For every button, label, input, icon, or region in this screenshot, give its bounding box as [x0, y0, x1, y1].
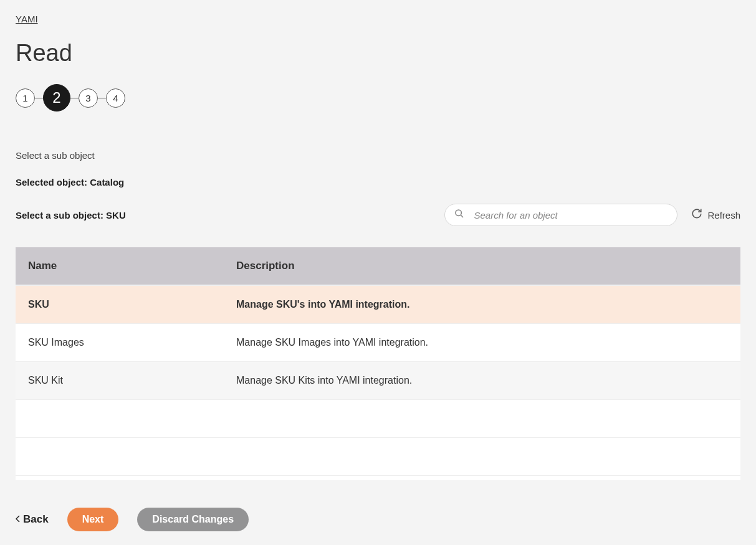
sub-object-label: Select a sub object: SKU: [16, 210, 126, 220]
instruction-text: Select a sub object: [16, 150, 740, 161]
search-wrapper: [444, 204, 677, 226]
search-icon: [454, 209, 464, 221]
refresh-label: Refresh: [707, 210, 740, 220]
step-2[interactable]: 2: [43, 84, 70, 111]
table-header-name: Name: [16, 247, 224, 285]
breadcrumb[interactable]: YAMI: [16, 14, 38, 24]
table-scroll[interactable]: Name Description ProductManage products …: [16, 247, 740, 480]
step-connector: [98, 98, 106, 98]
step-4[interactable]: 4: [106, 88, 125, 108]
table-row[interactable]: SKU ImagesManage SKU Images into YAMI in…: [16, 324, 740, 362]
refresh-icon: [691, 208, 702, 222]
discard-button[interactable]: Discard Changes: [137, 508, 249, 531]
stepper: 1234: [16, 84, 740, 111]
back-button[interactable]: Back: [16, 513, 49, 526]
objects-table: Name Description ProductManage products …: [16, 247, 740, 480]
back-label: Back: [23, 513, 49, 526]
cell-description: Manage SKU's into YAMI integration.: [224, 286, 740, 324]
table-row[interactable]: SKUManage SKU's into YAMI integration.: [16, 286, 740, 324]
chevron-left-icon: [16, 513, 21, 526]
step-connector: [70, 98, 79, 98]
table-row[interactable]: SKU KitManage SKU Kits into YAMI integra…: [16, 362, 740, 400]
svg-line-1: [461, 215, 463, 217]
cell-description: Manage SKU Kits into YAMI integration.: [224, 362, 740, 400]
selected-object-label: Selected object: Catalog: [16, 177, 740, 187]
step-3[interactable]: 3: [79, 88, 98, 108]
table-header-description: Description: [224, 247, 740, 285]
cell-name: SKU Images: [16, 324, 224, 362]
next-button[interactable]: Next: [67, 508, 119, 531]
step-connector: [35, 98, 43, 98]
svg-point-0: [456, 210, 461, 216]
search-input[interactable]: [444, 204, 677, 226]
step-1[interactable]: 1: [16, 88, 35, 108]
page-title: Read: [16, 40, 740, 67]
cell-name: SKU: [16, 286, 224, 324]
refresh-button[interactable]: Refresh: [691, 208, 740, 222]
cell-name: SKU Kit: [16, 362, 224, 400]
cell-description: Manage SKU Images into YAMI integration.: [224, 324, 740, 362]
